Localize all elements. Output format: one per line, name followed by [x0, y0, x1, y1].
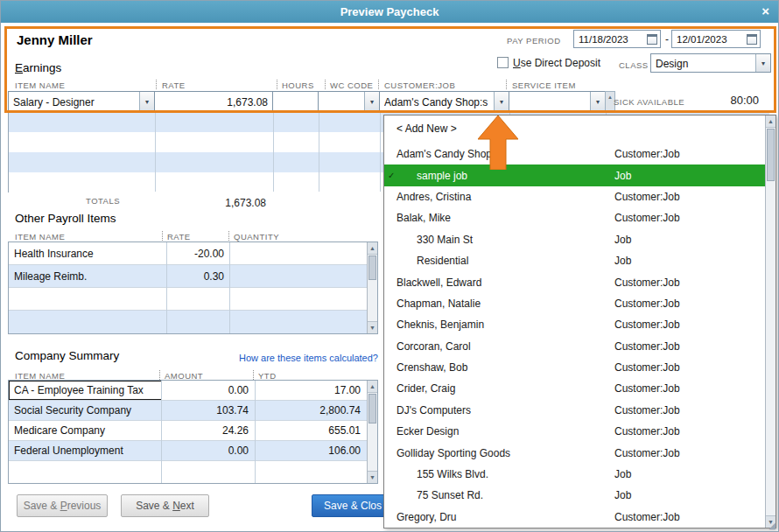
button-label: P: [60, 500, 67, 512]
add-new-item[interactable]: < Add New >: [384, 116, 775, 142]
scroll-up-icon[interactable]: ▲: [368, 381, 377, 393]
sick-available-label: SICK AVAILABLE: [614, 97, 684, 107]
employee-name: Jenny Miller: [17, 32, 93, 47]
item-type: Customer:Job: [614, 511, 680, 523]
use-direct-deposit-checkbox[interactable]: [497, 57, 509, 68]
item-type: Customer:Job: [614, 425, 680, 438]
table-row[interactable]: [9, 288, 377, 311]
list-item[interactable]: Blackwell, Edward Customer:Job: [384, 271, 765, 292]
grid-column-line: [273, 112, 274, 192]
pay-period-label: PAY PERIOD: [507, 36, 561, 46]
earnings-col-hours: HOURS: [282, 80, 314, 90]
table-row[interactable]: Medicare Company 24.26 655.01: [9, 421, 377, 441]
list-item[interactable]: Crenshaw, Bob Customer:Job: [384, 357, 765, 378]
class-select[interactable]: Design ▾: [650, 53, 771, 73]
table-row[interactable]: Health Insurance -20.00: [9, 242, 377, 265]
earnings-wc-code-combo[interactable]: ▾: [318, 91, 380, 112]
column-separator: [162, 231, 163, 241]
list-item[interactable]: 155 Wilks Blvd. Job: [384, 464, 765, 485]
table-row[interactable]: [9, 311, 377, 333]
pay-period-start-input[interactable]: 11/18/2023: [573, 30, 661, 48]
how-calculated-link[interactable]: How are these items calculated?: [239, 353, 378, 363]
company-summary-title: Company Summary: [15, 349, 119, 362]
cell-item-name: Health Insurance: [14, 248, 94, 260]
scroll-down-icon[interactable]: ▼: [368, 471, 377, 483]
earnings-rate-input[interactable]: 1,673.08: [154, 91, 273, 112]
pay-period-end-input[interactable]: 12/01/2023: [671, 30, 761, 48]
item-name: 75 Sunset Rd.: [384, 489, 483, 501]
earnings-hours-input[interactable]: [272, 91, 319, 112]
list-item[interactable]: 330 Main St Job: [384, 229, 765, 250]
button-label: N: [172, 500, 180, 512]
cell-rate: -20.00: [168, 248, 224, 260]
list-item[interactable]: Corcoran, Carol Customer:Job: [384, 336, 765, 357]
item-type: Job: [614, 489, 631, 501]
company-summary-scrollbar[interactable]: ▲ ▼: [367, 381, 377, 483]
cell-amount: 0.00: [163, 444, 249, 457]
list-item[interactable]: Golliday Sporting Goods Customer:Job: [384, 442, 765, 463]
table-row[interactable]: Mileage Reimb. 0.30: [9, 265, 377, 288]
list-item[interactable]: DJ's Computers Customer:Job: [384, 400, 765, 421]
cell-item-name: Federal Unemployment: [14, 444, 123, 457]
button-label: Save &: [136, 500, 172, 512]
scroll-up-icon[interactable]: ▲: [368, 242, 377, 255]
list-item[interactable]: Adam's Candy Shop Customer:Job: [384, 144, 765, 164]
close-icon[interactable]: ×: [761, 4, 769, 19]
table-row[interactable]: Federal Unemployment 0.00 106.00: [9, 441, 377, 461]
scroll-down-icon[interactable]: ▼: [368, 321, 377, 333]
item-name: DJ's Computers: [384, 404, 471, 416]
list-item[interactable]: Chapman, Natalie Customer:Job: [384, 293, 765, 314]
earnings-col-item-name: ITEM NAME: [15, 80, 65, 90]
resize-grip-icon[interactable]: ◢: [768, 521, 775, 530]
cell-rate: 0.30: [168, 270, 224, 283]
calendar-icon[interactable]: [747, 34, 757, 45]
item-name: Cheknis, Benjamin: [384, 318, 484, 331]
calendar-icon[interactable]: [647, 34, 657, 45]
table-row[interactable]: Social Security Company 103.74 2,800.74: [9, 401, 377, 421]
list-item[interactable]: Balak, Mike Customer:Job: [384, 207, 765, 228]
list-item[interactable]: 75 Sunset Rd. Job: [384, 485, 765, 506]
earnings-item-name-value: Salary - Designer: [13, 96, 138, 108]
chevron-down-icon[interactable]: ▾: [364, 92, 379, 111]
chevron-down-icon[interactable]: ▾: [139, 92, 154, 111]
cell-amount: 24.26: [163, 424, 249, 437]
use-direct-deposit-label: Use Direct Deposit: [513, 57, 600, 69]
earnings-service-item-combo[interactable]: ▾: [509, 91, 606, 112]
list-item[interactable]: Ecker Design Customer:Job: [384, 421, 765, 442]
sick-available-value: 80:00: [684, 94, 759, 107]
table-row[interactable]: CA - Employee Training Tax 0.00 17.00: [9, 381, 377, 401]
item-type: Job: [614, 255, 631, 267]
column-separator: [325, 80, 326, 89]
column-separator: [159, 370, 160, 380]
list-item[interactable]: Cheknis, Benjamin Customer:Job: [384, 314, 765, 335]
dropdown-scrollbar[interactable]: ▲ ▼: [765, 116, 775, 528]
cell-ytd: 17.00: [256, 384, 361, 396]
save-next-button[interactable]: Save & Next: [121, 494, 209, 517]
item-name: Adam's Candy Shop: [384, 148, 492, 160]
customer-job-dropdown: < Add New > Adam's Candy Shop Customer:J…: [383, 115, 776, 528]
item-type: Customer:Job: [614, 148, 680, 160]
other-payroll-scrollbar[interactable]: ▲ ▼: [367, 242, 377, 333]
chevron-down-icon[interactable]: ▾: [590, 92, 605, 111]
list-item[interactable]: Residential Job: [384, 250, 765, 271]
item-name: Balak, Mike: [384, 212, 451, 224]
item-type: Customer:Job: [614, 340, 680, 353]
item-name: Crenshaw, Bob: [384, 361, 467, 374]
column-separator: [253, 370, 254, 380]
save-previous-button[interactable]: Save & Previous: [17, 494, 108, 517]
item-type: Job: [614, 468, 631, 480]
list-item[interactable]: Crider, Craig Customer:Job: [384, 378, 765, 399]
earnings-customer-job-combo[interactable]: Adam's Candy Shop:s ▾: [379, 91, 509, 112]
list-item[interactable]: Andres, Cristina Customer:Job: [384, 186, 765, 207]
list-item[interactable]: Gregory, Dru Customer:Job: [384, 507, 765, 528]
scrollbar-thumb[interactable]: [767, 129, 775, 181]
scroll-up-icon[interactable]: ▲: [766, 116, 775, 128]
scrollbar-thumb[interactable]: [368, 394, 376, 424]
scrollbar-thumb[interactable]: [368, 256, 376, 280]
earnings-item-name-combo[interactable]: Salary - Designer ▾: [8, 91, 155, 112]
table-row[interactable]: [9, 461, 377, 482]
other-payroll-col-rate: RATE: [167, 232, 191, 242]
chevron-down-icon[interactable]: ▾: [494, 92, 509, 111]
list-item-selected[interactable]: ✓ sample job Job: [384, 164, 765, 186]
chevron-down-icon[interactable]: ▾: [755, 54, 770, 72]
